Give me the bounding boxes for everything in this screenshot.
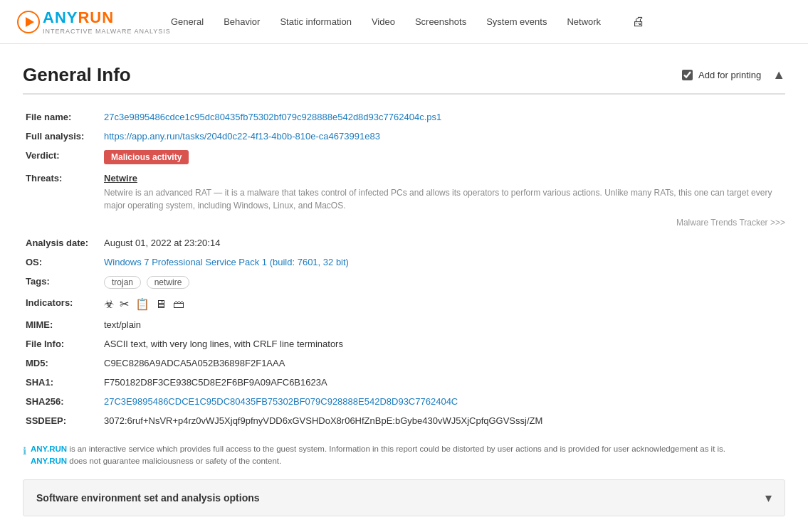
threats-label: Threats:	[23, 169, 101, 216]
malware-tracker-link[interactable]: Malware Trends Tracker >>>	[676, 218, 785, 228]
tags-label: Tags:	[23, 272, 101, 293]
file-name-row: File name: 27c3e9895486cdce1c95dc80435fb…	[23, 107, 785, 127]
logo-main-text: ANYRUN	[43, 9, 171, 27]
analysis-date-label: Analysis date:	[23, 233, 101, 252]
os-label: OS:	[23, 252, 101, 272]
chevron-down-icon: ▾	[765, 490, 772, 506]
full-analysis-row: Full analysis: https://app.any.run/tasks…	[23, 127, 785, 146]
verdict-row: Verdict: Malicious activity	[23, 146, 785, 169]
mime-value: text/plain	[101, 315, 785, 334]
nav-screenshots[interactable]: Screenshots	[415, 16, 466, 27]
anyrun-link-1[interactable]: ANY.RUN	[31, 445, 67, 453]
ssdeep-value: 3072:6ruf+NsVR+p4rz0vWJ5Xjqf9pfnyVDD6xGV…	[101, 411, 785, 430]
logo-run: RUN	[78, 9, 114, 26]
indicators-row: Indicators: ☣ ✂ 📋 🖥 🗃	[23, 293, 785, 315]
sha256-label: SHA256:	[23, 392, 101, 411]
sha256-value: 27C3E9895486CDCE1C95DC80435FB75302BF079C…	[101, 392, 785, 411]
nav-general[interactable]: General	[171, 16, 204, 27]
mime-label: MIME:	[23, 315, 101, 334]
info-table: File name: 27c3e9895486cdce1c95dc80435fb…	[23, 107, 785, 216]
indicators-label: Indicators:	[23, 293, 101, 315]
mime-row: MIME: text/plain	[23, 315, 785, 334]
full-analysis-value: https://app.any.run/tasks/204d0c22-4f13-…	[101, 127, 785, 146]
nav-behavior[interactable]: Behavior	[224, 16, 260, 27]
print-icon[interactable]: 🖨	[632, 14, 645, 29]
verdict-badge: Malicious activity	[104, 150, 189, 164]
collapse-button[interactable]: ▲	[772, 68, 785, 83]
indicators-value: ☣ ✂ 📋 🖥 🗃	[101, 293, 785, 315]
section-header: General Info Add for printing ▲	[23, 64, 785, 95]
logo-any: ANY	[43, 9, 78, 26]
file-name-value: 27c3e9895486cdce1c95dc80435fb75302bf079c…	[101, 107, 785, 127]
add-for-printing-checkbox[interactable]	[682, 70, 693, 80]
tag-trojan[interactable]: trojan	[104, 276, 141, 289]
malware-tracker: Malware Trends Tracker >>>	[23, 218, 785, 228]
analysis-date-row: Analysis date: August 01, 2022 at 23:20:…	[23, 233, 785, 252]
md5-row: MD5: C9EC8286A9ADCA5A052B36898F2F1AAA	[23, 353, 785, 373]
sha1-value: F750182D8F3CE938C5D8E2F6BF9A09AFC6B1623A	[101, 373, 785, 392]
os-value-text: Windows 7 Professional Service Pack 1 (b…	[104, 257, 349, 267]
file-name-link[interactable]: 27c3e9895486cdce1c95dc80435fb75302bf079c…	[104, 112, 441, 122]
main-content: General Info Add for printing ▲ File nam…	[0, 44, 808, 531]
os-value: Windows 7 Professional Service Pack 1 (b…	[101, 252, 785, 272]
tags-row: Tags: trojan netwire	[23, 272, 785, 293]
sha1-label: SHA1:	[23, 373, 101, 392]
md5-label: MD5:	[23, 353, 101, 373]
nav-system-events[interactable]: System events	[486, 16, 547, 27]
sha256-value-text: 27C3E9895486CDCE1C95DC80435FB75302BF079C…	[104, 396, 458, 407]
anyrun-link-2[interactable]: ANY.RUN	[31, 457, 67, 465]
info-notice: ℹ ANY.RUN is an interactive service whic…	[23, 443, 785, 468]
info-notice-text: ANY.RUN is an interactive service which …	[31, 443, 725, 468]
info-table-2: Analysis date: August 01, 2022 at 23:20:…	[23, 233, 785, 430]
notice-text-1: is an interactive service which provides…	[69, 445, 725, 453]
add-for-printing-label: Add for printing	[698, 70, 761, 80]
logo-text-area: ANYRUN INTERACTIVE MALWARE ANALYSIS	[43, 9, 171, 35]
notice-text-2: does not guarantee maliciousness or safe…	[69, 457, 281, 465]
threat-name-link[interactable]: Netwire	[104, 173, 137, 183]
threats-row: Threats: Netwire Netwire is an advanced …	[23, 169, 785, 216]
ssdeep-label: SSDEEP:	[23, 411, 101, 430]
nav-network[interactable]: Network	[567, 16, 601, 27]
main-nav: General Behavior Static information Vide…	[171, 14, 645, 29]
tags-value: trojan netwire	[101, 272, 785, 293]
logo: ANYRUN INTERACTIVE MALWARE ANALYSIS	[17, 9, 171, 35]
tag-netwire[interactable]: netwire	[147, 276, 190, 289]
file-info-row: File Info: ASCII text, with very long li…	[23, 334, 785, 353]
file-info-label: File Info:	[23, 334, 101, 353]
full-analysis-link[interactable]: https://app.any.run/tasks/204d0c22-4f13-…	[104, 131, 380, 142]
info-icon: ℹ	[23, 444, 26, 459]
file-name-label: File name:	[23, 107, 101, 127]
page-title: General Info	[23, 64, 131, 86]
logo-icon	[17, 11, 40, 33]
ssdeep-row: SSDEEP: 3072:6ruf+NsVR+p4rz0vWJ5Xjqf9pfn…	[23, 411, 785, 430]
sha1-row: SHA1: F750182D8F3CE938C5D8E2F6BF9A09AFC6…	[23, 373, 785, 392]
nav-video[interactable]: Video	[372, 16, 395, 27]
threat-description: Netwire is an advanced RAT — it is a mal…	[104, 186, 782, 212]
md5-value: C9EC8286A9ADCA5A052B36898F2F1AAA	[101, 353, 785, 373]
header: ANYRUN INTERACTIVE MALWARE ANALYSIS Gene…	[0, 0, 808, 44]
verdict-label: Verdict:	[23, 146, 101, 169]
software-environment-title: Software environment set and analysis op…	[36, 492, 260, 504]
file-info-value: ASCII text, with very long lines, with C…	[101, 334, 785, 353]
full-analysis-label: Full analysis:	[23, 127, 101, 146]
logo-subtitle: INTERACTIVE MALWARE ANALYSIS	[43, 28, 171, 35]
os-row: OS: Windows 7 Professional Service Pack …	[23, 252, 785, 272]
analysis-date-value: August 01, 2022 at 23:20:14	[101, 233, 785, 252]
sha256-row: SHA256: 27C3E9895486CDCE1C95DC80435FB753…	[23, 392, 785, 411]
nav-static-info[interactable]: Static information	[280, 16, 351, 27]
threats-value: Netwire Netwire is an advanced RAT — it …	[101, 169, 785, 216]
software-environment-section[interactable]: Software environment set and analysis op…	[23, 479, 785, 516]
verdict-value: Malicious activity	[101, 146, 785, 169]
